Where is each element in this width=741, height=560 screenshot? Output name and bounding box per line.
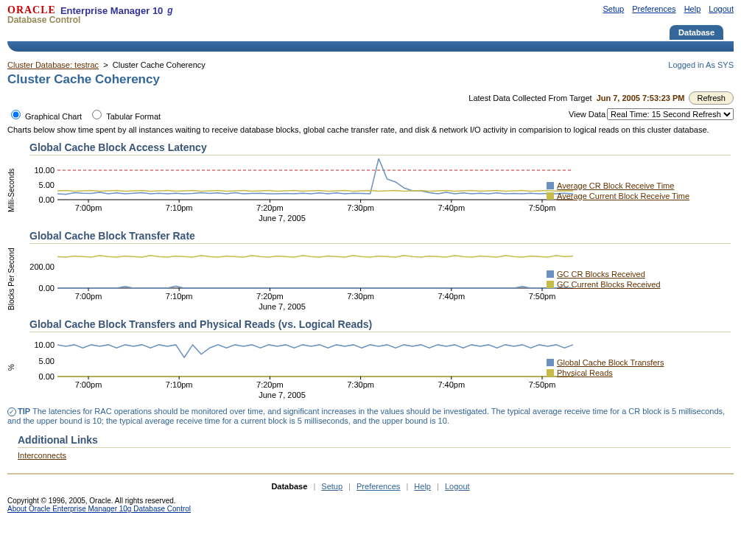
footer-setup-link[interactable]: Setup [321, 482, 343, 491]
help-link[interactable]: Help [684, 4, 701, 13]
chart-x-date: June 7, 2005 [24, 214, 541, 223]
svg-text:7:30pm: 7:30pm [347, 292, 374, 301]
legend-swatch [547, 192, 554, 200]
legend-swatch [547, 359, 554, 366]
svg-text:7:40pm: 7:40pm [438, 380, 465, 389]
legend-link[interactable]: GC Current Blocks Received [557, 280, 661, 289]
tab-database[interactable]: Database [670, 25, 723, 40]
additional-links-heading: Additional Links [18, 434, 734, 446]
page-title: Cluster Cache Coherency [7, 72, 734, 87]
legend-swatch [547, 270, 554, 278]
database-control-label: Database Control [7, 15, 173, 25]
additional-links-underline [18, 447, 731, 448]
chart-svg-1: 0.00200.007:00pm7:10pm7:20pm7:30pm7:40pm… [24, 247, 576, 301]
svg-text:7:00pm: 7:00pm [75, 292, 102, 301]
legend-swatch [547, 281, 554, 288]
radio-graphical-label: Graphical Chart [25, 112, 82, 121]
svg-text:5.00: 5.00 [39, 181, 55, 189]
chart-legend-1: GC CR Blocks ReceivedGC Current Blocks R… [541, 247, 734, 311]
breadcrumb-sep: > [103, 60, 108, 69]
legend-item: Average Current Block Receive Time [547, 192, 734, 200]
tip-icon: ✓ [7, 407, 16, 416]
footer-help-link[interactable]: Help [414, 482, 431, 491]
product-g: g [167, 5, 172, 15]
logged-in-label: Logged in As SYS [668, 60, 734, 69]
refresh-button[interactable]: Refresh [689, 91, 734, 105]
legend-link[interactable]: Average CR Block Receive Time [557, 181, 674, 190]
chart-ylabel: Blocks Per Second [7, 247, 24, 311]
footer-database-link[interactable]: Database [271, 482, 307, 491]
svg-text:7:20pm: 7:20pm [256, 203, 284, 212]
chart-block-1: Blocks Per Second0.00200.007:00pm7:10pm7… [7, 247, 734, 311]
legend-item: GC Current Blocks Received [547, 280, 734, 289]
breadcrumb: Logged in As SYS Cluster Database: testr… [7, 60, 734, 69]
svg-text:200.00: 200.00 [29, 262, 55, 271]
radio-tabular-label: Tabular Format [106, 112, 161, 121]
chart-underline [29, 332, 731, 332]
legend-item: Average CR Block Receive Time [547, 181, 734, 190]
chart-underline [29, 243, 731, 244]
data-collected-label: Latest Data Collected From Target [468, 94, 591, 102]
tab-row: Database [7, 25, 734, 41]
description-text: Charts below show time spent by all inst… [7, 125, 734, 134]
svg-text:7:20pm: 7:20pm [256, 292, 284, 301]
legend-link[interactable]: Physical Reads [557, 368, 613, 377]
svg-text:5.00: 5.00 [39, 357, 55, 365]
svg-text:7:40pm: 7:40pm [438, 203, 465, 212]
tip-label: TIP [18, 407, 30, 416]
chart-underline [29, 155, 731, 155]
copyright-block: Copyright © 1996, 2005, Oracle. All righ… [7, 497, 734, 513]
radio-graphical-chart[interactable]: Graphical Chart [7, 112, 82, 121]
tip-block: ✓TIP The latencies for RAC operations sh… [7, 407, 734, 425]
legend-item: GC CR Blocks Received [547, 270, 734, 279]
svg-text:7:10pm: 7:10pm [166, 380, 193, 389]
refresh-row: Latest Data Collected From Target Jun 7,… [7, 91, 734, 105]
chart-block-0: Milli-Seconds0.005.0010.007:00pm7:10pm7:… [7, 158, 734, 223]
radio-graphical-input[interactable] [11, 110, 21, 119]
preferences-link[interactable]: Preferences [632, 4, 675, 13]
svg-text:10.00: 10.00 [34, 340, 55, 349]
chart-svg-2: 0.005.0010.007:00pm7:10pm7:20pm7:30pm7:4… [24, 335, 576, 390]
setup-link[interactable]: Setup [603, 4, 624, 13]
chart-ylabel: % [7, 335, 24, 399]
chart-x-date: June 7, 2005 [24, 391, 541, 399]
svg-text:7:10pm: 7:10pm [166, 292, 193, 301]
svg-text:7:20pm: 7:20pm [256, 380, 284, 389]
legend-link[interactable]: Average Current Block Receive Time [557, 192, 689, 200]
tip-text: The latencies for RAC operations should … [7, 407, 725, 425]
legend-item: Physical Reads [547, 368, 734, 377]
legend-link[interactable]: Global Cache Block Transfers [557, 358, 664, 367]
top-links: Setup Preferences Help Logout [597, 4, 734, 13]
chart-title-0: Global Cache Block Access Latency [29, 141, 734, 153]
logout-link[interactable]: Logout [709, 4, 734, 13]
svg-text:0.00: 0.00 [39, 372, 55, 381]
about-link[interactable]: About Oracle Enterprise Manager 10g Data… [7, 505, 734, 513]
view-row: Graphical Chart Tabular Format View Data… [7, 108, 734, 121]
interconnects-link[interactable]: Interconnects [18, 451, 66, 460]
footer-preferences-link[interactable]: Preferences [357, 482, 400, 491]
chart-title-1: Global Cache Block Transfer Rate [29, 230, 734, 242]
data-collected-timestamp: Jun 7, 2005 7:53:23 PM [597, 94, 685, 102]
radio-tabular-input[interactable] [92, 110, 102, 119]
chart-x-date: June 7, 2005 [24, 302, 541, 311]
legend-swatch [547, 369, 554, 377]
breadcrumb-current: Cluster Cache Coherency [113, 60, 206, 69]
svg-text:7:00pm: 7:00pm [75, 380, 102, 389]
svg-text:0.00: 0.00 [39, 195, 55, 204]
radio-tabular-format[interactable]: Tabular Format [88, 112, 161, 121]
view-data-select[interactable]: Real Time: 15 Second Refresh [607, 108, 734, 120]
copyright-text: Copyright © 1996, 2005, Oracle. All righ… [7, 497, 176, 505]
legend-swatch [547, 182, 554, 189]
chart-ylabel: Milli-Seconds [7, 158, 24, 223]
footer-nav: Database | Setup | Preferences | Help | … [7, 479, 734, 494]
breadcrumb-link-cluster-db[interactable]: Cluster Database: testrac [7, 60, 99, 69]
svg-text:7:30pm: 7:30pm [347, 203, 374, 212]
svg-text:7:00pm: 7:00pm [75, 203, 102, 212]
top-bar: ORACLE Enterprise Manager 10g Database C… [7, 4, 734, 25]
footer-logout-link[interactable]: Logout [445, 482, 470, 491]
svg-text:7:10pm: 7:10pm [166, 203, 193, 212]
legend-link[interactable]: GC CR Blocks Received [557, 270, 645, 279]
legend-item: Global Cache Block Transfers [547, 358, 734, 367]
chart-svg-0: 0.005.0010.007:00pm7:10pm7:20pm7:30pm7:4… [24, 158, 576, 213]
chart-legend-2: Global Cache Block TransfersPhysical Rea… [541, 335, 734, 399]
